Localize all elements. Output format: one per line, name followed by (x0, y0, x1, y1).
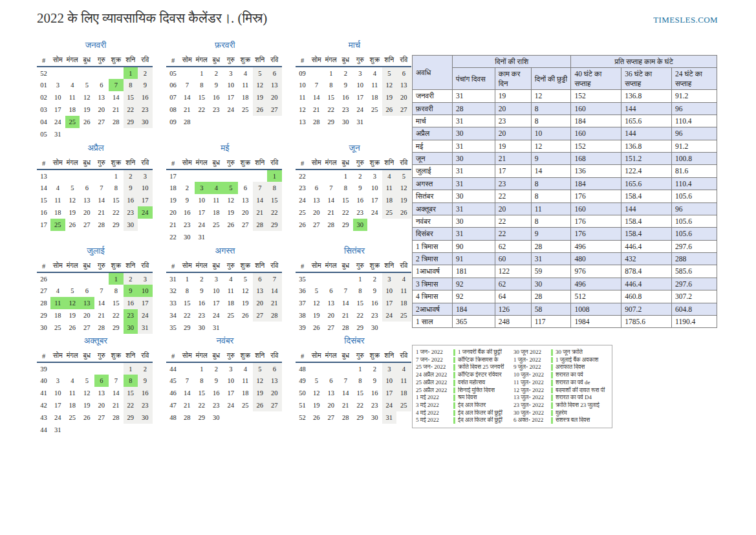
period-label: अगस्त (413, 177, 453, 190)
stat-value: 31 (452, 165, 495, 177)
day-cell: 23 (209, 399, 224, 411)
stats-row: मार्च31238184165.6110.4 (413, 115, 717, 127)
legend-item: 30 जुल॰ 2022मुहर्रम (513, 409, 609, 417)
day-cell: 23 (367, 399, 382, 411)
legend-item: 25 अप्रैल 2022सिनाई मुक्ति दिवस (416, 387, 512, 395)
day-cell: 26 (224, 219, 239, 231)
month-title: मई (166, 143, 284, 155)
day-cell: 18 (50, 309, 65, 322)
month-title: अप्रैल (37, 143, 155, 155)
week-number: 07 (166, 91, 180, 104)
legend-holiday-name: 1 जुलाई बैंक अवकाश (556, 356, 609, 364)
weekday-header: मंगल (324, 350, 339, 362)
stat-value: 64 (495, 290, 531, 303)
week-number: 33 (166, 297, 180, 309)
stat-value: 604.8 (672, 303, 717, 315)
day-cell (80, 362, 94, 375)
day-cell (309, 169, 324, 182)
week-row: 013456789 (37, 79, 153, 91)
weekday-header: सोम (180, 54, 195, 67)
group-header-1: दिनों की राशि (452, 56, 571, 68)
stat-value: 151.2 (621, 153, 672, 165)
site-link[interactable]: TIMESLES.COM (653, 15, 718, 25)
weekday-header-row: #सोममंगलबुधगुरुशुक्रशनिरवि (296, 260, 411, 272)
period-label: 1 साल (413, 315, 453, 327)
day-cell (80, 67, 94, 79)
week-number: 24 (296, 194, 309, 206)
day-cell: 5 (253, 67, 268, 79)
week-number: 17 (166, 169, 180, 182)
day-cell (180, 362, 195, 375)
weekday-header: सोम (309, 157, 324, 169)
day-cell: 14 (94, 194, 109, 206)
day-cell (396, 411, 411, 424)
day-cell: 8 (195, 79, 210, 91)
day-cell: 6 (80, 285, 94, 297)
week-number: 35 (166, 322, 180, 334)
day-cell: 1 (195, 362, 210, 375)
week-row: 1114151617181920 (296, 91, 411, 104)
day-cell: 10 (209, 285, 224, 297)
day-cell: 16 (180, 206, 195, 219)
week-number: 31 (166, 272, 180, 285)
legend-column-2: 30 जून 202230 जून क्रांति1 जुल॰ 20221 जु… (513, 349, 609, 425)
day-cell: 10 (382, 285, 397, 297)
week-number: 43 (37, 411, 50, 424)
week-number: 13 (37, 169, 50, 182)
legend-item: 4 मई 2022ईद अल फितर की छुट्टी (416, 409, 512, 417)
week-number: 25 (296, 206, 309, 219)
day-cell: 10 (50, 91, 65, 104)
week-row: 199101112131415 (166, 194, 282, 206)
stat-value: 460.8 (621, 290, 672, 303)
day-cell: 18 (65, 399, 80, 411)
day-cell: 15 (324, 91, 339, 104)
day-cell: 10 (367, 182, 382, 194)
day-cell: 3 (367, 169, 382, 182)
day-cell: 8 (195, 375, 210, 387)
week-row: 1221222324252627 (296, 104, 411, 116)
day-cell: 11 (65, 91, 80, 104)
legend-date: 11 जुल॰ 2022 (513, 379, 551, 387)
day-cell: 16 (367, 297, 382, 309)
day-cell: 18 (238, 91, 253, 104)
week-row: 481234 (296, 362, 411, 375)
holiday-day-cell: 3 (195, 182, 210, 194)
stat-value: 126 (495, 303, 531, 315)
day-cell (124, 128, 138, 140)
day-cell (267, 231, 282, 243)
day-cell: 24 (50, 411, 65, 424)
holiday-day-cell: 8 (124, 375, 138, 387)
day-cell: 8 (353, 285, 368, 297)
weekday-header: शुक्र (109, 54, 124, 67)
stats-row: 2आधावर्ष184126581008907.2604.8 (413, 303, 717, 315)
day-cell: 8 (324, 79, 339, 91)
day-cell: 28 (338, 411, 353, 424)
legend-date: 25 अप्रैल 2022 (416, 387, 453, 395)
weekday-header: शुक्र (109, 260, 124, 272)
day-cell: 22 (195, 399, 210, 411)
period-label: नवंबर (413, 215, 453, 227)
day-cell: 5 (65, 182, 80, 194)
stat-value: 1190.4 (672, 315, 717, 327)
day-cell: 3 (50, 79, 65, 91)
week-number: 50 (296, 387, 309, 399)
day-cell: 26 (396, 206, 411, 219)
weekday-header: रवि (138, 54, 153, 67)
day-cell (253, 411, 268, 424)
day-cell: 7 (180, 375, 195, 387)
stat-value: 144 (621, 127, 672, 140)
month-calendar: #सोममंगलबुधगुरुशुक्रशनिरवि26123274567891… (37, 260, 153, 334)
day-cell: 4 (238, 67, 253, 79)
week-row: 09123456 (296, 67, 411, 79)
day-cell: 11 (396, 285, 411, 297)
stat-value: 288 (672, 253, 717, 265)
day-cell: 14 (338, 387, 353, 399)
legend-date: 25 जन॰ 2022 (416, 364, 453, 371)
day-cell (224, 169, 239, 182)
weekday-header: मंगल (324, 54, 339, 67)
day-cell: 11 (238, 79, 253, 91)
weekday-header: शनि (124, 54, 138, 67)
weekday-header: # (37, 54, 50, 67)
stat-value: 176 (571, 215, 621, 227)
stat-value: 496 (571, 278, 621, 290)
